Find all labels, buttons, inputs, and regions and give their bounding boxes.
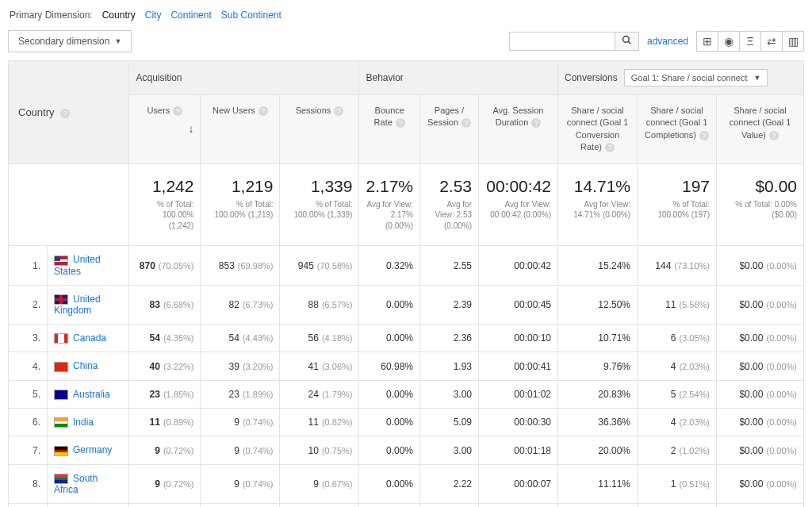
conversions-label: Conversions bbox=[565, 72, 618, 83]
goal-selector-dropdown[interactable]: Goal 1: Share / social connect ▼ bbox=[624, 69, 768, 86]
metric-new-users[interactable]: New Users? bbox=[201, 95, 280, 164]
help-icon[interactable]: ? bbox=[605, 143, 615, 152]
total-bounce: 2.17%Avg for View: 2.17% (0.00%) bbox=[359, 163, 420, 246]
metric-avg-duration[interactable]: Avg. Session Duration? bbox=[479, 95, 558, 164]
sessions-cell: 945(70.58%) bbox=[280, 246, 359, 285]
help-icon[interactable]: ? bbox=[60, 109, 70, 118]
bounce-cell: 60.98% bbox=[359, 352, 420, 380]
primary-dimension-continent[interactable]: Continent bbox=[170, 10, 211, 21]
country-header[interactable]: Country ? bbox=[9, 61, 129, 164]
completions-cell: 4(2.03%) bbox=[638, 409, 717, 436]
metric-sessions[interactable]: Sessions? bbox=[280, 95, 359, 164]
advanced-link[interactable]: advanced bbox=[647, 36, 688, 47]
row-index: 2. bbox=[9, 285, 48, 324]
conv-rate-cell: 11.11% bbox=[558, 464, 638, 503]
view-comparison-icon[interactable]: ⇄ bbox=[760, 32, 782, 51]
primary-dimension-city[interactable]: City bbox=[145, 10, 162, 21]
value-cell: $0.00(0.00%) bbox=[717, 464, 804, 503]
country-cell[interactable]: Germany bbox=[48, 436, 129, 464]
row-index: 4. bbox=[9, 352, 48, 380]
row-index: 7. bbox=[9, 436, 48, 464]
users-cell: 8(0.64%) bbox=[129, 504, 201, 507]
completions-cell: 6(3.05%) bbox=[638, 325, 717, 352]
conv-rate-cell: 9.76% bbox=[558, 352, 638, 380]
bounce-cell: 0.00% bbox=[359, 504, 420, 507]
country-cell[interactable]: France bbox=[48, 504, 129, 507]
row-index: 3. bbox=[9, 325, 48, 352]
help-icon[interactable]: ? bbox=[334, 106, 343, 116]
completions-cell: 1(0.51%) bbox=[638, 464, 717, 503]
country-cell[interactable]: United States bbox=[48, 246, 129, 285]
completions-cell: 4(2.03%) bbox=[638, 352, 717, 380]
metric-value[interactable]: Share / social connect (Goal 1 Value)? bbox=[717, 95, 804, 164]
table-row: 8.South Africa9(0.72%)9(0.74%)9(0.67%)0.… bbox=[9, 464, 804, 503]
view-pie-icon[interactable]: ◉ bbox=[718, 32, 739, 51]
help-icon[interactable]: ? bbox=[462, 118, 471, 128]
bounce-cell: 0.00% bbox=[359, 380, 420, 408]
country-cell[interactable]: South Africa bbox=[48, 464, 129, 503]
country-cell[interactable]: United Kingdom bbox=[48, 285, 129, 324]
metric-pages-session[interactable]: Pages / Session? bbox=[420, 95, 479, 164]
new-users-cell: 82(6.73%) bbox=[201, 285, 280, 324]
sessions-cell: 88(6.57%) bbox=[280, 285, 359, 324]
secondary-dimension-label: Secondary dimension bbox=[18, 36, 109, 47]
sessions-cell: 11(0.82%) bbox=[280, 409, 359, 436]
pages-cell: 2.25 bbox=[420, 504, 479, 507]
sessions-cell: 9(0.67%) bbox=[280, 464, 359, 503]
search-button[interactable] bbox=[615, 33, 638, 50]
primary-dimension-subcontinent[interactable]: Sub Continent bbox=[221, 10, 282, 21]
help-icon[interactable]: ? bbox=[531, 118, 541, 128]
duration-cell: 00:01:18 bbox=[479, 436, 558, 464]
help-icon[interactable]: ? bbox=[699, 131, 709, 140]
users-cell: 870(70.05%) bbox=[129, 246, 201, 285]
new-users-cell: 9(0.74%) bbox=[201, 464, 280, 503]
total-pages: 2.53Avg for View: 2.53 (0.00%) bbox=[420, 163, 479, 246]
value-cell: $0.00(0.00%) bbox=[717, 436, 804, 464]
help-icon[interactable]: ? bbox=[769, 131, 779, 140]
metric-completions[interactable]: Share / social connect (Goal 1 Completio… bbox=[638, 95, 717, 164]
new-users-cell: 23(1.89%) bbox=[201, 380, 280, 408]
help-icon[interactable]: ? bbox=[173, 106, 182, 116]
flag-icon bbox=[54, 474, 68, 484]
help-icon[interactable]: ? bbox=[396, 118, 405, 128]
view-table-icon[interactable]: ⊞ bbox=[697, 32, 718, 51]
table-row: 7.Germany9(0.72%)9(0.74%)10(0.75%)0.00%3… bbox=[9, 436, 804, 464]
new-users-cell: 7(0.57%) bbox=[201, 504, 280, 507]
completions-cell: 2(1.02%) bbox=[638, 436, 717, 464]
metric-users[interactable]: Users?↓ bbox=[129, 95, 201, 164]
svg-point-0 bbox=[623, 36, 630, 43]
group-acquisition: Acquisition bbox=[129, 61, 359, 95]
table-row: 9.France8(0.64%)7(0.57%)8(0.60%)0.00%2.2… bbox=[9, 504, 804, 507]
table-row: 3.Canada54(4.35%)54(4.43%)56(4.18%)0.00%… bbox=[9, 325, 804, 352]
pages-cell: 5.09 bbox=[420, 409, 479, 436]
row-index: 1. bbox=[9, 246, 48, 285]
new-users-cell: 9(0.74%) bbox=[201, 436, 280, 464]
metric-conv-rate[interactable]: Share / social connect (Goal 1 Conversio… bbox=[558, 95, 638, 164]
country-cell[interactable]: Canada bbox=[48, 325, 129, 352]
duration-cell: 00:00:42 bbox=[479, 246, 558, 285]
view-performance-icon[interactable]: Ξ bbox=[739, 32, 760, 51]
help-icon[interactable]: ? bbox=[259, 106, 268, 116]
sessions-cell: 24(1.79%) bbox=[280, 380, 359, 408]
secondary-dimension-dropdown[interactable]: Secondary dimension ▼ bbox=[8, 30, 132, 52]
primary-dimension-active[interactable]: Country bbox=[102, 10, 136, 21]
search-input[interactable] bbox=[510, 33, 615, 50]
table-row: 5.Australia23(1.85%)23(1.89%)24(1.79%)0.… bbox=[9, 380, 804, 408]
value-cell: $0.00(0.00%) bbox=[717, 285, 804, 324]
conv-rate-cell: 10.71% bbox=[558, 325, 638, 352]
metric-bounce-rate[interactable]: Bounce Rate? bbox=[359, 95, 420, 164]
country-cell[interactable]: India bbox=[48, 409, 129, 436]
pages-cell: 3.00 bbox=[420, 436, 479, 464]
new-users-cell: 54(4.43%) bbox=[201, 325, 280, 352]
country-header-label: Country bbox=[18, 106, 55, 118]
conv-rate-cell: 12.50% bbox=[558, 285, 638, 324]
pages-cell: 3.00 bbox=[420, 380, 479, 408]
view-mode-strip: ⊞ ◉ Ξ ⇄ ▥ bbox=[696, 31, 804, 52]
country-cell[interactable]: China bbox=[48, 352, 129, 380]
view-pivot-icon[interactable]: ▥ bbox=[782, 32, 803, 51]
total-users: 1,242% of Total: 100.00% (1,242) bbox=[129, 163, 201, 246]
country-cell[interactable]: Australia bbox=[48, 380, 129, 408]
completions-cell: 1(0.51%) bbox=[638, 504, 717, 507]
row-index: 8. bbox=[9, 464, 48, 503]
flag-icon bbox=[54, 446, 68, 456]
